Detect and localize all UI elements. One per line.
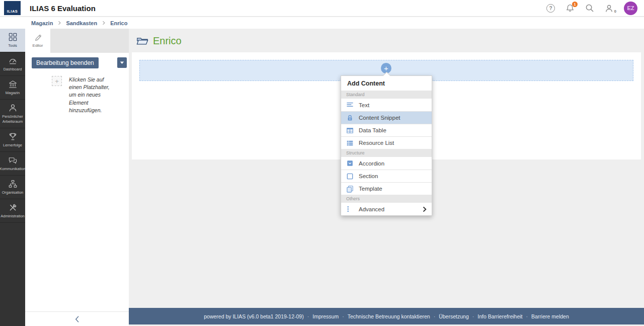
sidebar-item-kommunikation[interactable]: Kommunikation	[0, 152, 25, 176]
help-icon[interactable]: ?	[546, 4, 555, 13]
add-content-menu: Add Content Standard Text Content Snippe…	[341, 75, 432, 216]
footer-link-technische-betreuung[interactable]: Technische Betreuung kontaktieren	[348, 313, 430, 319]
sidebar-item-label: Organisation	[2, 190, 24, 195]
menu-item-label: Accordion	[359, 160, 384, 167]
menu-item-resource-list[interactable]: Resource List	[341, 136, 432, 149]
menu-item-label: Template	[359, 186, 382, 192]
sidebar-item-tools[interactable]: Tools	[0, 29, 25, 52]
placeholder-hint: + Klicken Sie auf einen Platzhalter, um …	[25, 76, 129, 114]
notifications-button[interactable]: 1	[566, 4, 575, 13]
avatar[interactable]: EZ	[624, 2, 637, 15]
org-chart-icon	[8, 179, 18, 189]
menu-item-label: Advanced	[359, 206, 384, 212]
crossed-tools-icon	[8, 203, 18, 212]
menu-item-section[interactable]: Section	[341, 170, 432, 182]
sidebar-item-label: Lernerfolge	[3, 143, 22, 148]
content-snippet-icon	[346, 114, 354, 122]
menu-section-others: Others	[341, 195, 432, 203]
top-actions: ? 1 0 EZ	[546, 2, 644, 15]
trophy-icon	[8, 132, 18, 141]
menu-item-label: Resource List	[359, 140, 394, 146]
sidebar-item-dashboard[interactable]: Dashboard	[0, 52, 25, 76]
sidebar-item-organisation[interactable]: Organisation	[0, 176, 25, 199]
menu-item-label: Content Snippet	[359, 115, 400, 121]
footer-link-barriere-melden[interactable]: Barriere melden	[531, 313, 569, 319]
footer-link-info-barrierefreiheit[interactable]: Info Barrierefreiheit	[477, 313, 522, 319]
menu-item-label: Text	[359, 102, 369, 108]
sidebar-item-label: Dashboard	[4, 67, 22, 72]
placeholder-plus-button[interactable]: +	[52, 76, 62, 86]
menu-section-standard: Standard	[341, 91, 432, 99]
footer-link-impressum[interactable]: Impressum	[312, 313, 339, 319]
menu-item-label: Data Table	[359, 127, 386, 133]
tab-editor-label: Editor	[33, 43, 43, 48]
finish-editing-button[interactable]: Bearbeitung beenden	[32, 57, 99, 68]
folder-icon	[136, 36, 148, 46]
footer-separator: ·	[434, 313, 436, 319]
tools-grid-icon	[8, 32, 18, 42]
menu-item-template[interactable]: Template	[341, 182, 432, 195]
search-button[interactable]	[585, 4, 594, 13]
resource-list-icon	[346, 139, 354, 147]
advanced-dots-icon	[346, 205, 354, 213]
menu-item-label: Section	[359, 173, 378, 179]
text-icon	[346, 101, 354, 109]
search-icon	[585, 4, 594, 13]
sidebar-item-magazin[interactable]: Magazin	[0, 76, 25, 100]
accordion-icon	[346, 159, 354, 167]
menu-item-content-snippet[interactable]: Content Snippet	[341, 111, 432, 124]
tools-tab-strip: Editor	[25, 29, 129, 53]
sidebar-item-lernerfolge[interactable]: Lernerfolge	[0, 128, 25, 152]
dashboard-gauge-icon	[8, 56, 18, 65]
chevron-down-icon	[120, 61, 124, 64]
footer-link-uebersetzung[interactable]: Übersetzung	[439, 313, 469, 319]
menu-item-data-table[interactable]: Data Table	[341, 124, 432, 136]
chat-bubbles-icon	[8, 155, 18, 165]
page-title-row: Enrico	[129, 29, 644, 47]
chevron-left-icon	[74, 315, 79, 323]
footer-separator: ·	[526, 313, 528, 319]
app-title: ILIAS 6 Evaluation	[30, 4, 96, 13]
placeholder-hint-text: Klicken Sie auf einen Platzhalter, um ei…	[69, 76, 118, 114]
sidebar-item-label: Kommunikation	[0, 167, 26, 172]
sidebar-item-administration[interactable]: Administration	[0, 199, 25, 223]
menu-item-text[interactable]: Text	[341, 99, 432, 111]
breadcrumb-separator-icon	[57, 21, 61, 25]
menu-item-accordion[interactable]: Accordion	[341, 157, 432, 170]
ilias-logo[interactable]: ILIAS	[4, 1, 21, 15]
collapse-panel-button[interactable]	[25, 311, 129, 326]
user-icon	[605, 4, 613, 13]
page-title: Enrico	[153, 35, 182, 47]
breadcrumb-separator-icon	[102, 21, 106, 25]
main-sidebar: Tools Dashboard Magazin Persönlicher Arb…	[0, 29, 25, 326]
edit-controls: Bearbeitung beenden	[25, 53, 129, 68]
breadcrumb-item-magazin[interactable]: Magazin	[31, 20, 53, 26]
tools-panel: Editor Bearbeitung beenden + Klicken Sie…	[25, 29, 129, 326]
data-table-icon	[346, 127, 354, 134]
sidebar-item-label: Tools	[8, 43, 17, 48]
menu-section-structure: Structure	[341, 149, 432, 157]
powered-by-text: powered by ILIAS (v6.0 beta1 2019-12-09)	[204, 313, 303, 319]
awareness-count-badge: 0	[614, 9, 616, 14]
footer: powered by ILIAS (v6.0 beta1 2019-12-09)…	[129, 308, 644, 324]
section-icon	[346, 173, 354, 180]
breadcrumb-item-enrico[interactable]: Enrico	[110, 20, 127, 26]
repository-building-icon	[8, 79, 18, 89]
actions-dropdown-button[interactable]	[117, 57, 127, 68]
tab-editor[interactable]: Editor	[25, 29, 50, 53]
sidebar-item-label: Administration	[1, 214, 25, 219]
template-icon	[346, 185, 354, 193]
footer-separator: ·	[472, 313, 474, 319]
menu-item-advanced[interactable]: Advanced	[341, 203, 432, 215]
pencil-icon	[34, 34, 42, 42]
footer-separator: ·	[342, 313, 344, 319]
footer-separator: ·	[307, 313, 309, 319]
sidebar-item-label: Magazin	[6, 91, 20, 96]
top-bar: ILIAS ILIAS 6 Evaluation ? 1	[0, 0, 644, 17]
breadcrumb-item-sandkasten[interactable]: Sandkasten	[66, 20, 97, 26]
chevron-right-icon	[423, 206, 427, 212]
notification-badge: 1	[572, 2, 578, 7]
person-icon	[8, 103, 18, 113]
awareness-button[interactable]: 0	[605, 4, 613, 13]
sidebar-item-persoenlicher-arbeitsraum[interactable]: Persönlicher Arbeitsraum	[0, 100, 25, 128]
